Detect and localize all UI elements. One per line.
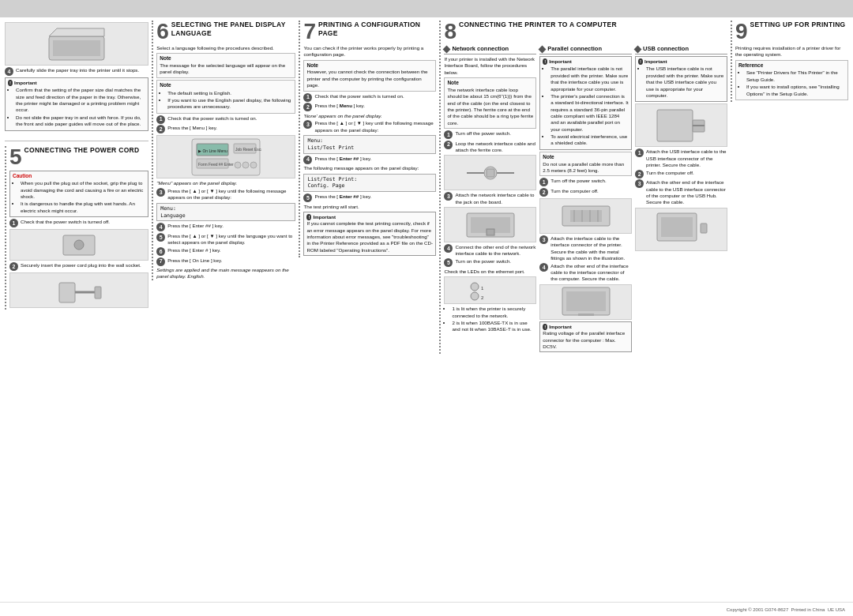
- step-text: Press the [ Enter ## ] key.: [314, 156, 436, 162]
- section9-num: 9: [735, 21, 748, 43]
- copyright: Copyright © 2001 G074-8627: [727, 607, 788, 612]
- led-note: 2 is lit when 100BASE-TX is in use and n…: [452, 320, 536, 333]
- important-text2: Rating voltage of the parallel interface…: [543, 330, 629, 350]
- important-title: Important: [313, 214, 336, 220]
- menu-display1: Menu:List/Test Print: [303, 135, 436, 154]
- step-text: Check that the power switch is turned of…: [21, 219, 148, 225]
- parallel-important2: !Important Rating voltage of the paralle…: [539, 321, 632, 352]
- step-text: Attach the interface cable to the interf…: [551, 235, 632, 261]
- section6-num: 6: [156, 21, 169, 43]
- step-number: 4: [5, 67, 13, 76]
- step-num: 1: [156, 115, 165, 124]
- step-num: 4: [444, 244, 453, 253]
- column-4-5: 4 Carefully slide the paper tray into th…: [5, 21, 148, 599]
- s7-step1: 1 Check that the power switch is turned …: [303, 93, 436, 102]
- svg-rect-41: [661, 217, 693, 237]
- diamond-icon3: [634, 45, 642, 53]
- s6-step5: 5 Press the [ ▲ ] or [ ▼ ] key until the…: [156, 233, 295, 246]
- step-num: 1: [635, 148, 644, 157]
- note-list: The default setting is English. If you w…: [160, 90, 292, 111]
- note-title: Note: [447, 80, 458, 85]
- step-text: Carefully slide the paper tray into the …: [16, 67, 148, 73]
- step-num: 7: [156, 257, 165, 266]
- parallel-item: The printer's parallel connection is a s…: [551, 93, 629, 133]
- section6-title-block: SELECTING THE PANEL DISPLAY LANGUAGE: [171, 21, 296, 40]
- section5-step2: 2 Securely insert the power cord plug in…: [9, 262, 148, 271]
- step-text: Turn off the power switch.: [455, 130, 536, 137]
- step-text: Securely insert the power cord plug into…: [21, 262, 148, 269]
- usb-item: The USB interface cable is not provided …: [646, 66, 724, 99]
- p-step3: 3 Attach the interface cable to the inte…: [539, 235, 632, 261]
- svg-point-26: [471, 292, 479, 300]
- code: UE USA: [828, 607, 845, 612]
- led-notes: 1 is lit when the printer is securely co…: [444, 306, 536, 332]
- ref-item: See "Printer Drivers for This Printer" i…: [746, 69, 845, 83]
- note-title: Note: [160, 55, 171, 61]
- svg-text:2: 2: [481, 295, 484, 300]
- important-icon2: !: [543, 324, 547, 330]
- step-num: 3: [444, 192, 453, 201]
- step-text: Connect the other end of the network int…: [455, 244, 536, 257]
- section8-header: 8 CONNECTING THE PRINTER TO A COMPUTER: [444, 21, 727, 43]
- p-step2: 2 Turn the computer off.: [539, 188, 632, 197]
- column-7: 7 PRINTING A CONFIGURATION PAGE You can …: [299, 21, 436, 599]
- important-icon: !: [8, 80, 13, 86]
- network-title: Network connection: [444, 45, 536, 54]
- parallel-list: The parallel interface cable is not prov…: [543, 66, 629, 146]
- network-title-text: Network connection: [452, 45, 509, 53]
- step-text: Attach the other end of the interface ca…: [646, 179, 727, 205]
- step-num: 2: [635, 170, 644, 178]
- usb-computer-image: [635, 208, 727, 251]
- important-title: Important: [549, 58, 572, 64]
- s7-step5: 5 Press the [ Enter ## ] key.: [303, 193, 436, 202]
- section5-step1: 1 Check that the power switch is turned …: [9, 219, 148, 227]
- svg-point-15: [235, 162, 241, 168]
- usb-important: !Important The USB interface cable is no…: [635, 56, 727, 102]
- section7-note: Note However, you cannot check the conne…: [303, 60, 436, 92]
- usb-list: The USB interface cable is not provided …: [638, 66, 724, 99]
- diamond-icon2: [539, 45, 547, 53]
- svg-rect-1: [53, 40, 100, 56]
- step-num: 4: [156, 223, 165, 231]
- parallel-connector-image: [539, 198, 632, 234]
- section8-columns: Network connection If your printer is in…: [444, 45, 727, 354]
- note-text: However, you cannot check the connection…: [306, 69, 433, 88]
- panel-note: "Menu" appears on the panel display.: [156, 180, 295, 186]
- note-text: The network interface cable loop should …: [447, 87, 533, 126]
- important-text: If you cannot complete the test printing…: [306, 220, 433, 254]
- parallel-important: !Important The parallel interface cable …: [539, 56, 632, 150]
- step-num: 2: [444, 141, 453, 149]
- svg-point-24: [471, 283, 479, 291]
- divider: [5, 141, 148, 141]
- svg-rect-37: [657, 110, 693, 141]
- main-content: 4 Carefully slide the paper tray into th…: [0, 17, 853, 602]
- svg-point-17: [250, 162, 257, 168]
- important-icon: !: [543, 58, 547, 65]
- parallel-title-text: Parallel connection: [547, 45, 602, 53]
- settings-note: Settings are applied and the main messag…: [156, 267, 295, 280]
- power-cord-image: [9, 272, 148, 308]
- column-6: 6 SELECTING THE PANEL DISPLAY LANGUAGE S…: [152, 21, 295, 599]
- step-text: Press the [ On Line ] key.: [167, 257, 295, 264]
- step-num: 3: [635, 179, 644, 188]
- parallel-item: The parallel interface cable is not prov…: [551, 66, 629, 92]
- menu-display: Menu:Language: [156, 203, 295, 222]
- step-num: 5: [156, 233, 165, 242]
- step-text: Turn on the power switch.: [455, 258, 536, 265]
- step-num: 2: [156, 125, 165, 133]
- svg-text:Job Reset  Escape: Job Reset Escape: [235, 147, 261, 152]
- svg-rect-36: [578, 314, 594, 316]
- step-num: 2: [539, 188, 548, 197]
- panel-image: ▶ On Line Menu Job Reset Escape Form Fee…: [156, 135, 295, 178]
- step-text: Attach the USB interface cable to the US…: [646, 148, 727, 168]
- step-num: 1: [444, 130, 453, 139]
- menu-display2: List/Test Print:Config. Page: [303, 174, 436, 193]
- important-title2: Important: [549, 324, 572, 329]
- network-cable-image: [444, 155, 536, 190]
- note-title: Note: [543, 154, 554, 160]
- section5-num: 5: [9, 146, 22, 168]
- section4-important: !Important Confirm that the setting of t…: [5, 77, 148, 131]
- s6-step4: 4 Press the [ Enter ## ] key.: [156, 223, 295, 231]
- step-text: Press the [ ▲ ] or [ ▼ ] key until the f…: [314, 120, 436, 133]
- step-text: Press the [ Menu ] key.: [167, 125, 295, 131]
